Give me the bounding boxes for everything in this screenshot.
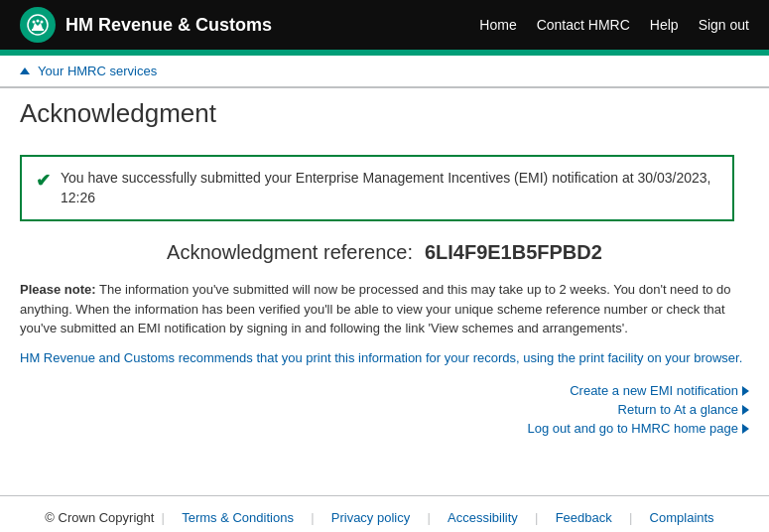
nav-help[interactable]: Help — [650, 17, 679, 33]
footer-terms-link[interactable]: Terms & Conditions — [172, 510, 304, 525]
arrow-up-icon — [20, 67, 30, 74]
note-label: Please note: — [20, 282, 96, 297]
svg-point-0 — [28, 15, 48, 35]
footer-privacy-link[interactable]: Privacy policy — [321, 510, 420, 525]
main-nav: Home Contact HMRC Help Sign out — [479, 17, 749, 33]
ack-reference-label: Acknowledgment reference: — [167, 241, 413, 263]
footer-feedback-link[interactable]: Feedback — [546, 510, 622, 525]
svg-point-2 — [33, 21, 36, 24]
return-glance-link[interactable]: Return to At a glance — [20, 402, 749, 417]
svg-rect-1 — [32, 29, 44, 31]
acknowledgment-reference-row: Acknowledgment reference: 6LI4F9E1B5FPBD… — [20, 241, 749, 264]
site-title: HM Revenue & Customs — [65, 15, 272, 36]
copyright-text: © Crown Copyright — [45, 510, 154, 525]
success-notification: ✔ You have successfully submitted your E… — [20, 155, 734, 221]
crown-logo — [20, 7, 56, 43]
create-emi-link[interactable]: Create a new EMI notification — [20, 383, 749, 398]
page-footer: © Crown Copyright | Terms & Conditions |… — [0, 495, 769, 532]
nav-contact[interactable]: Contact HMRC — [537, 17, 630, 33]
tick-icon: ✔ — [36, 170, 51, 192]
chevron-right-icon-2 — [742, 405, 749, 415]
main-content: Acknowledgment ✔ You have successfully s… — [0, 86, 769, 466]
nav-signout[interactable]: Sign out — [699, 17, 749, 33]
footer-links: © Crown Copyright | Terms & Conditions |… — [20, 510, 749, 525]
logout-link[interactable]: Log out and go to HMRC home page — [20, 421, 749, 436]
footer-accessibility-link[interactable]: Accessibility — [438, 510, 528, 525]
svg-point-4 — [41, 21, 44, 24]
svg-point-3 — [37, 20, 40, 23]
nav-home[interactable]: Home — [479, 17, 516, 33]
ack-reference-number: 6LI4F9E1B5FPBD2 — [425, 241, 602, 263]
page-header: HM Revenue & Customs Home Contact HMRC H… — [0, 0, 769, 50]
note-body: The information you've submitted will no… — [20, 282, 731, 335]
info-paragraph: HM Revenue and Customs recommends that y… — [20, 348, 749, 368]
note-paragraph: Please note: The information you've subm… — [20, 280, 749, 338]
success-message: You have successfully submitted your Ent… — [61, 169, 718, 207]
services-link[interactable]: Your HMRC services — [20, 64, 749, 78]
page-title: Acknowledgment — [20, 98, 749, 139]
chevron-right-icon-3 — [742, 424, 749, 434]
services-breadcrumb-bar: Your HMRC services — [0, 56, 769, 86]
footer-complaints-link[interactable]: Complaints — [640, 510, 724, 525]
chevron-right-icon — [742, 386, 749, 396]
logo-area: HM Revenue & Customs — [20, 7, 272, 43]
action-links: Create a new EMI notification Return to … — [20, 383, 749, 436]
